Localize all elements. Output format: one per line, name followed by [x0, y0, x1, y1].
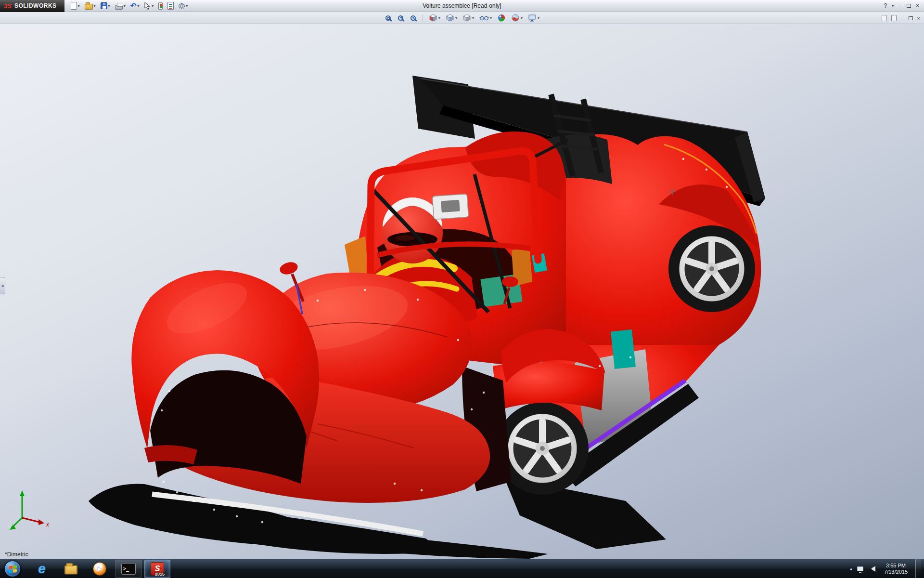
- taskbar-item-media-player[interactable]: ▶: [87, 560, 113, 578]
- chevron-down-icon[interactable]: ▾: [124, 4, 126, 8]
- play-icon: ▶: [97, 565, 102, 572]
- titlebar: 3S SOLIDWORKS ▾ ▾ ▾ ▾ ↶ ▾: [0, 0, 924, 12]
- open-button[interactable]: ▾: [83, 1, 97, 10]
- gear-icon: [179, 3, 185, 9]
- windows-start-orb-icon: [4, 561, 21, 577]
- undo-arrow-icon: ↶: [130, 2, 137, 10]
- front-left-fender[interactable]: [131, 270, 319, 484]
- dassault-3ds-logo-icon: 3S: [4, 2, 12, 10]
- start-button[interactable]: [0, 561, 25, 577]
- race-car-assembly[interactable]: x: [0, 24, 924, 559]
- minimize-button[interactable]: –: [898, 2, 902, 9]
- zoom-to-fit-button[interactable]: [383, 14, 393, 22]
- volume-icon[interactable]: [868, 566, 875, 572]
- solidworks-version-badge: 2015: [155, 572, 165, 577]
- zoom-to-area-icon: [398, 15, 403, 21]
- new-document-icon: [71, 2, 77, 10]
- graphics-viewport[interactable]: x ◂ *Dimetric: [0, 24, 924, 559]
- file-properties-button[interactable]: [166, 1, 175, 10]
- toolbar-separator: [423, 14, 423, 22]
- triad-x-label: x: [46, 521, 50, 528]
- monitor-icon: [528, 13, 537, 22]
- rebuild-button[interactable]: [157, 2, 164, 10]
- solidworks-window: 3S SOLIDWORKS ▾ ▾ ▾ ▾ ↶ ▾: [0, 0, 924, 578]
- solidworks-logo-text: SOLIDWORKS: [14, 2, 57, 9]
- chevron-down-icon[interactable]: ▾: [455, 16, 457, 20]
- print-button[interactable]: ▾: [114, 2, 127, 10]
- cursor-arrow-icon: [144, 2, 151, 10]
- folder-icon: [64, 565, 77, 574]
- taskbar-item-windows-explorer[interactable]: [58, 560, 84, 578]
- file-properties-icon: [167, 2, 174, 10]
- doc-restore-button[interactable]: [909, 16, 913, 20]
- options-button[interactable]: ▾: [177, 2, 189, 10]
- zoom-to-fit-icon: [385, 15, 391, 21]
- windows-taskbar: e ▶ >_ S 2015 ▴: [0, 559, 924, 578]
- standard-toolbar: ▾ ▾ ▾ ▾ ↶ ▾ ▾: [64, 1, 194, 10]
- network-icon[interactable]: [857, 566, 863, 571]
- panel-collapse-tab[interactable]: ◂: [0, 277, 5, 294]
- internet-explorer-icon: e: [38, 562, 46, 576]
- edit-appearance-button[interactable]: [496, 13, 507, 23]
- chevron-down-icon[interactable]: ▾: [94, 4, 96, 8]
- save-button[interactable]: ▾: [99, 2, 112, 10]
- view-tools: ▾ ▾ ▾: [383, 13, 541, 23]
- previous-view-icon: [411, 15, 416, 21]
- chevron-down-icon[interactable]: ▾: [152, 4, 154, 8]
- pinned-apps: e ▶ >_ S 2015: [29, 560, 170, 578]
- orientation-triad: x: [10, 490, 50, 530]
- apply-scene-button[interactable]: ▾: [510, 13, 524, 23]
- chevron-down-icon[interactable]: ▾: [472, 16, 474, 20]
- zoom-to-area-button[interactable]: [396, 14, 406, 22]
- system-tray: ▴ 3:55 PM 7/13/2015: [847, 559, 924, 578]
- chevron-down-icon[interactable]: ▾: [438, 16, 440, 20]
- undo-button[interactable]: ↶ ▾: [129, 1, 141, 10]
- chevron-down-icon[interactable]: ▾: [78, 4, 80, 8]
- rear-wheel[interactable]: [668, 225, 755, 312]
- taskbar-item-solidworks[interactable]: S 2015: [144, 560, 170, 578]
- close-button[interactable]: ×: [916, 2, 919, 9]
- chevron-down-icon[interactable]: ▾: [108, 4, 110, 8]
- help-button[interactable]: ?: [884, 2, 887, 9]
- doc-close-button[interactable]: ×: [917, 15, 920, 21]
- taskbar-item-command-prompt[interactable]: >_: [116, 560, 141, 578]
- restore-button[interactable]: [907, 4, 911, 8]
- solidworks-logo: 3S SOLIDWORKS: [0, 0, 64, 12]
- collapse-arrow-icon: ◂: [1, 283, 4, 288]
- section-view-cube-icon: [429, 13, 437, 22]
- document-window-controls: – ×: [882, 12, 920, 24]
- new-document-button[interactable]: ▾: [69, 1, 81, 10]
- new-window-icon[interactable]: [891, 15, 897, 21]
- show-hidden-icons-button[interactable]: ▴: [850, 566, 852, 571]
- doc-minimize-button[interactable]: –: [901, 15, 904, 21]
- command-prompt-icon: >_: [121, 563, 136, 575]
- child-window-icon[interactable]: [882, 15, 887, 21]
- taskbar-clock[interactable]: 3:55 PM 7/13/2015: [881, 563, 911, 575]
- chevron-down-icon[interactable]: ▾: [186, 4, 188, 8]
- appearance-ball-icon: [497, 13, 506, 22]
- previous-view-button[interactable]: [408, 14, 418, 22]
- display-style-button[interactable]: ▾: [461, 13, 475, 23]
- view-toolbar: ▾ ▾ ▾: [0, 12, 924, 24]
- chevron-down-icon[interactable]: ▾: [137, 4, 139, 8]
- view-orientation-button[interactable]: ▾: [444, 13, 459, 23]
- chevron-down-icon[interactable]: ▾: [490, 16, 492, 20]
- select-button[interactable]: ▾: [142, 1, 155, 10]
- taskbar-item-internet-explorer[interactable]: e: [29, 560, 55, 578]
- section-view-button[interactable]: ▾: [427, 13, 442, 23]
- glasses-icon: [479, 13, 489, 22]
- display-style-cube-icon: [462, 13, 471, 22]
- chevron-down-icon[interactable]: ▾: [892, 4, 894, 8]
- hide-show-items-button[interactable]: ▾: [478, 13, 493, 23]
- scene-ball-icon: [511, 13, 520, 22]
- rebuild-stoplight-icon: [158, 2, 163, 10]
- clock-date: 7/13/2015: [884, 569, 908, 575]
- chevron-down-icon[interactable]: ▾: [538, 16, 539, 20]
- window-controls: ? ▾ – ×: [879, 2, 924, 9]
- chevron-down-icon[interactable]: ▾: [521, 16, 523, 20]
- camera-box[interactable]: [432, 194, 468, 220]
- view-settings-button[interactable]: ▾: [526, 13, 541, 23]
- view-orientation-cube-icon: [446, 13, 454, 22]
- print-icon: [115, 5, 123, 10]
- show-desktop-button[interactable]: [915, 559, 921, 578]
